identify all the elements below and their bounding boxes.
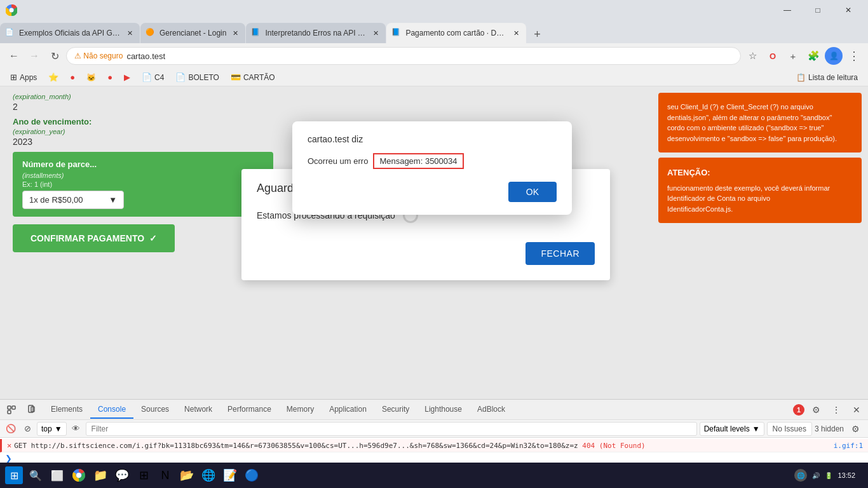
bookmark-2[interactable]: ⭐ xyxy=(43,71,64,83)
network-icon[interactable]: 🌐 xyxy=(794,469,807,482)
opera-vpn-icon[interactable]: O xyxy=(764,47,782,65)
chrome2-taskbar-button[interactable]: 🔵 xyxy=(243,466,261,484)
battery-icon[interactable]: 🔋 xyxy=(825,472,832,479)
devtools-tab-lighthouse[interactable]: Lighthouse xyxy=(417,401,470,419)
console-filter-input[interactable] xyxy=(86,422,697,436)
apps-taskbar-button[interactable]: ⊞ xyxy=(135,466,153,484)
devtools-tab-security[interactable]: Security xyxy=(374,401,417,419)
devtools-close-button[interactable]: ✕ xyxy=(848,401,865,419)
devtools-settings-button[interactable]: ⚙ xyxy=(807,401,825,419)
console-levels-dropdown[interactable]: Default levels ▼ xyxy=(700,422,764,436)
chrome-icon xyxy=(5,4,18,17)
fechar-button[interactable]: FECHAR xyxy=(526,242,595,265)
volume-icon[interactable]: 🔊 xyxy=(812,472,820,479)
tab-3-close[interactable]: ✕ xyxy=(370,28,381,38)
taskbar-right: 🌐 🔊 🔋 13:52 xyxy=(794,469,863,482)
bookmark-cartao[interactable]: 💳 CARTÃO xyxy=(226,71,280,83)
bookmark-4[interactable]: 🐱 xyxy=(81,72,101,83)
bookmark-apps[interactable]: ⊞ Apps xyxy=(5,71,42,83)
installment-select[interactable]: 1x de R$50,00 ▼ xyxy=(22,191,124,209)
console-right: 3 hidden ⚙ xyxy=(815,420,864,438)
menu-icon[interactable]: ⋮ xyxy=(845,47,863,65)
bookmark-cartao-label: CARTÃO xyxy=(243,73,275,82)
bookmark-boleto[interactable]: 📄 BOLETO xyxy=(170,71,224,83)
checkmark-icon: ✓ xyxy=(149,233,157,243)
devtools-tab-elements[interactable]: Elements xyxy=(43,401,90,419)
forward-button[interactable]: → xyxy=(25,47,43,65)
profile-button[interactable]: 👤 xyxy=(825,47,843,65)
tab-4[interactable]: 📘 Pagamento com cartão · Docum... ✕ xyxy=(386,23,526,43)
search-taskbar-button[interactable]: 🔍 xyxy=(27,466,44,484)
alert-ok-button[interactable]: OK xyxy=(508,182,557,202)
console-eye-button[interactable]: 👁 xyxy=(69,422,83,436)
bookmark-star-icon[interactable]: ☆ xyxy=(743,47,761,65)
confirm-payment-button[interactable]: CONFIRMAR PAGAMENTO ✓ xyxy=(13,224,175,252)
console-settings-button[interactable]: ⚙ xyxy=(846,420,864,438)
error-url: http://b.siftscience.com/i.gif?bk=11318b… xyxy=(31,442,578,450)
task-view-button[interactable]: ⬜ xyxy=(48,466,66,484)
tab-4-favicon: 📘 xyxy=(391,28,402,38)
devtools-tab-sources[interactable]: Sources xyxy=(133,401,177,419)
devtools-tab-performance[interactable]: Performance xyxy=(220,401,279,419)
devtools-tabs-right: 1 ⚙ ⋮ ✕ xyxy=(793,401,865,419)
new-tab-button[interactable]: + xyxy=(527,25,547,43)
info-box-2: ATENÇÃO: funcionamento deste exemplo, vo… xyxy=(658,158,862,223)
vscode-taskbar-button[interactable]: 📝 xyxy=(221,466,239,484)
devtools-tab-console[interactable]: Console xyxy=(90,401,133,419)
file-explorer-taskbar-button[interactable]: 📁 xyxy=(92,466,109,484)
installments-box-sublabel: (installments) xyxy=(22,172,264,179)
console-source-link[interactable]: i.gif:1 xyxy=(834,442,863,450)
tab-4-close[interactable]: ✕ xyxy=(511,28,521,38)
devtools-tab-application[interactable]: Application xyxy=(322,401,374,419)
clock: 13:52 xyxy=(837,471,855,479)
url-bar[interactable]: ⚠ Não seguro cartao.test xyxy=(66,47,741,65)
tab-3-favicon: 📘 xyxy=(251,28,261,38)
add-extension-icon[interactable]: + xyxy=(784,47,802,65)
maximize-button[interactable]: □ xyxy=(803,0,832,20)
bookmark-c4[interactable]: 📄 C4 xyxy=(137,71,169,83)
chrome-taskbar-button[interactable] xyxy=(70,466,88,484)
alert-footer: OK xyxy=(308,182,557,202)
bookmark-boleto-icon: 📄 xyxy=(175,72,186,82)
bookmark-6[interactable]: ▶ xyxy=(119,71,135,83)
netflix-taskbar-button[interactable]: N xyxy=(156,466,174,484)
tab-2-close[interactable]: ✕ xyxy=(230,28,240,38)
bookmark-boleto-label: BOLETO xyxy=(188,73,219,82)
devtools-tab-network[interactable]: Network xyxy=(177,401,220,419)
tab-3[interactable]: 📘 Interpretando Erros na API · Doc... ✕ xyxy=(246,23,386,43)
browser2-taskbar-button[interactable]: 🌐 xyxy=(200,466,217,484)
extensions-icon[interactable]: 🧩 xyxy=(804,47,822,65)
folder2-taskbar-button[interactable]: 📂 xyxy=(178,466,196,484)
devtools-icons xyxy=(3,401,41,419)
tab-1[interactable]: 📄 Exemplos Oficiais da API Gerenc... ✕ xyxy=(0,23,140,43)
devtools-tab-memory[interactable]: Memory xyxy=(279,401,322,419)
tab-2[interactable]: 🟠 Gerencianet - Login ✕ xyxy=(140,23,245,43)
reading-list-button[interactable]: 📋 Lista de leitura xyxy=(791,72,863,83)
alert-error-prefix: Ocorreu um erro xyxy=(308,156,368,166)
bookmark-2-icon: ⭐ xyxy=(48,72,58,82)
skype-taskbar-button[interactable]: 💬 xyxy=(113,466,131,484)
bookmark-3[interactable]: ● xyxy=(65,71,80,83)
address-bar-actions: ☆ O + 🧩 👤 ⋮ xyxy=(743,47,863,65)
mobile-emulation-button[interactable] xyxy=(23,401,41,419)
console-clear-button[interactable]: 🚫 xyxy=(4,422,18,436)
bookmark-5[interactable]: ● xyxy=(102,71,118,83)
tab-1-close[interactable]: ✕ xyxy=(125,28,135,38)
inspect-element-button[interactable] xyxy=(3,401,20,419)
console-input[interactable] xyxy=(16,454,863,463)
back-button[interactable]: ← xyxy=(5,47,23,65)
tab-2-label: Gerencianet - Login xyxy=(159,29,226,37)
console-context-selector[interactable]: top ▼ xyxy=(37,422,67,436)
devtools-tab-adblock[interactable]: AdBlock xyxy=(470,401,513,419)
start-button[interactable]: ⊞ xyxy=(5,466,23,484)
minimize-button[interactable]: — xyxy=(773,0,802,20)
error-icon: ✕ xyxy=(7,441,11,450)
reload-button[interactable]: ↻ xyxy=(46,47,64,65)
http-method-label: GET xyxy=(14,442,27,450)
error-count-badge: 1 xyxy=(793,404,804,416)
expiration-month-section: (expiration_month) 2 xyxy=(13,93,273,112)
console-filter-toggle[interactable]: ⊘ xyxy=(20,422,34,436)
devtools-more-button[interactable]: ⋮ xyxy=(827,401,845,419)
installment-chevron-icon: ▼ xyxy=(109,195,117,205)
close-button[interactable]: ✕ xyxy=(834,0,863,20)
